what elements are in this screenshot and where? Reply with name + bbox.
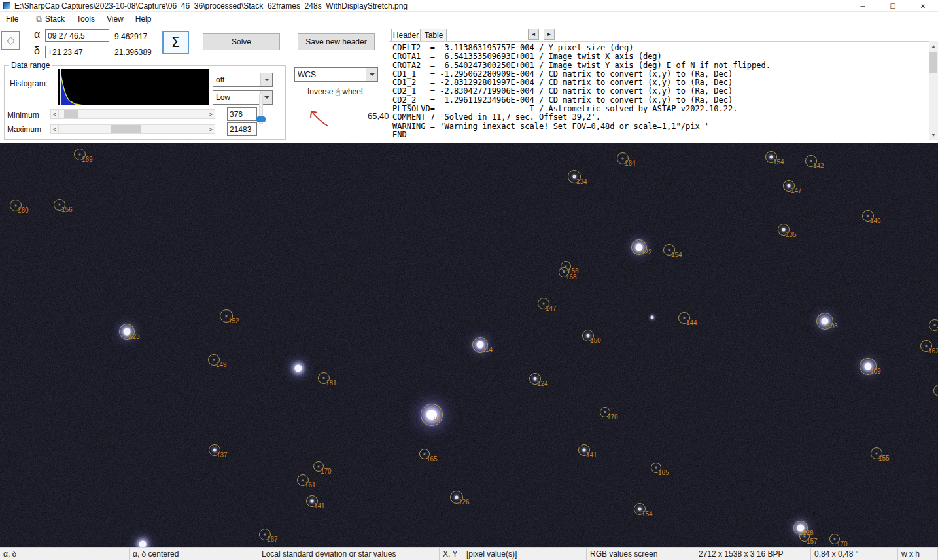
solve-button[interactable]: Solve (203, 33, 280, 50)
dec-degrees: 21.396389 (114, 48, 152, 57)
maximum-label: Maximum (7, 125, 41, 134)
star-label: 123 (129, 333, 140, 340)
tab-nav-left-icon[interactable]: ◄ (528, 29, 539, 40)
chevron-down-icon (366, 68, 377, 81)
menu-item-stack[interactable]: Stack (39, 12, 71, 26)
status-section: 2712 x 1538 x 3 16 BPP (695, 548, 811, 560)
fits-header-text: CDELT2 = 3.113863195757E-004 / Y pixel s… (392, 44, 771, 139)
status-bar: α, δα, δ centeredLocal standard deviatio… (0, 547, 938, 560)
menu-item-view[interactable]: View (101, 12, 130, 26)
histogram-curve (58, 69, 209, 105)
maximum-value-input[interactable] (227, 122, 257, 136)
star-label: 162 (928, 347, 938, 355)
title-bar[interactable]: E:\SharpCap Captures\2023-10-08\Capture\… (0, 0, 938, 12)
star-annotation-circle (933, 385, 938, 396)
inverse-wheel-checkbox[interactable] (296, 88, 304, 96)
header-tabstrip: Header Table ◄ ► (389, 29, 938, 41)
status-section: α, δ centered (130, 548, 258, 560)
star-label: 165 (426, 455, 438, 463)
status-section: Local standard deviation or star values (258, 548, 440, 560)
sensor-noise-texture (0, 143, 938, 547)
star-label: 142 (813, 162, 824, 169)
slider-right-arrow-icon[interactable]: > (207, 124, 215, 134)
slider-right-arrow-icon[interactable]: > (207, 109, 215, 119)
wcs-dropdown[interactable]: WCS (294, 67, 378, 82)
star-label: 164 (625, 160, 636, 167)
star-label: 147 (791, 187, 802, 194)
scroll-down-icon[interactable]: ▼ (929, 130, 938, 140)
maximum-slider-thumb[interactable] (111, 125, 141, 133)
maximize-button[interactable]: ☐ (878, 0, 908, 12)
star-label: 137 (217, 451, 228, 459)
menu-item-file[interactable]: File (0, 12, 24, 26)
star-label: 154 (773, 158, 784, 166)
toolbar: α 9.462917 δ 21.396389 Σ Solve Save new … (0, 26, 938, 143)
chevron-down-icon (260, 73, 272, 86)
tab-nav-right-icon[interactable]: ► (544, 29, 555, 40)
histogram-plot (58, 69, 209, 105)
star (295, 365, 302, 372)
star-label: 154 (671, 251, 682, 258)
star-label: 149 (216, 361, 227, 368)
menu-item-tools[interactable]: Tools (71, 12, 101, 26)
status-section: 0,84 x 0,48 ° (811, 548, 898, 560)
star-label: 114 (482, 346, 493, 353)
star-label: 109 (870, 368, 881, 375)
inverse-wheel-checkbox-row[interactable]: Inverse 🖱 wheel (296, 87, 363, 96)
stretch-mode-dropdown[interactable]: off (213, 73, 273, 87)
minimum-label: Minimum (7, 111, 39, 120)
status-section: w x h (898, 548, 938, 560)
fits-header-scrollbar[interactable]: ▲ ▼ (929, 41, 938, 140)
inverse-wheel-label: Inverse 🖱 wheel (307, 87, 363, 96)
minimum-slider[interactable]: < > (50, 109, 215, 119)
scroll-up-icon[interactable]: ▲ (929, 41, 938, 51)
ra-degrees: 9.462917 (114, 32, 147, 41)
maximum-slider[interactable]: < > (50, 124, 215, 134)
north-direction-arrow-icon (298, 103, 337, 133)
star-label: 108 (827, 323, 838, 330)
menu-item-help[interactable]: Help (130, 12, 158, 26)
status-section: RGB values screen (587, 548, 695, 560)
menu-bar: File⧉StackToolsViewHelp (0, 12, 938, 26)
status-section: X, Y = [pixel value(s)] (440, 548, 587, 560)
save-new-header-button[interactable]: Save new header (298, 33, 375, 50)
app-icon (3, 2, 10, 9)
star-label: 154 (642, 510, 653, 517)
star-label: 122 (641, 249, 652, 256)
star-label: 152 (228, 317, 239, 324)
dec-input[interactable] (45, 46, 109, 58)
scrollbar-thumb[interactable] (929, 52, 937, 73)
slider-left-arrow-icon[interactable]: < (50, 124, 59, 134)
window-title: E:\SharpCap Captures\2023-10-08\Capture\… (14, 1, 408, 10)
star-label: 156 (61, 206, 73, 213)
star-label: 168 (566, 273, 577, 281)
close-button[interactable]: ✕ (908, 0, 938, 12)
star-label: 141 (586, 451, 597, 459)
minimum-slider-thumb[interactable] (64, 110, 78, 118)
alpha-label: α (34, 29, 40, 41)
fits-header-panel[interactable]: CDELT2 = 3.113863195757E-004 / Y pixel s… (389, 41, 929, 140)
star-label: 155 (878, 455, 890, 462)
star-label: 126 (459, 499, 470, 506)
tab-header[interactable]: Header (391, 29, 421, 41)
ra-input[interactable] (45, 29, 109, 42)
star-label: 170 (837, 540, 848, 547)
star-label: 134 (576, 178, 587, 185)
minimize-button[interactable]: ─ (848, 0, 878, 12)
annotate-button[interactable] (1, 31, 20, 50)
delta-label: δ (34, 45, 40, 57)
stretch-mini-thumb[interactable] (256, 116, 266, 122)
star-label: 165 (658, 469, 669, 476)
slider-left-arrow-icon[interactable]: < (50, 109, 59, 119)
star-label: 181 (326, 379, 337, 387)
tab-table[interactable]: Table (421, 29, 447, 41)
star-label: 144 (686, 319, 697, 326)
astap-window: E:\SharpCap Captures\2023-10-08\Capture\… (0, 0, 938, 560)
minimum-value-input[interactable] (227, 107, 257, 121)
star-label: 147 (546, 305, 557, 312)
star (139, 541, 147, 548)
stretch-level-dropdown[interactable]: Low (213, 90, 273, 105)
sigma-stack-button[interactable]: Σ (162, 31, 189, 54)
star-field[interactable]: 1691641541421341471601561461351221541561… (0, 143, 938, 547)
star-label: 97 (434, 416, 441, 423)
